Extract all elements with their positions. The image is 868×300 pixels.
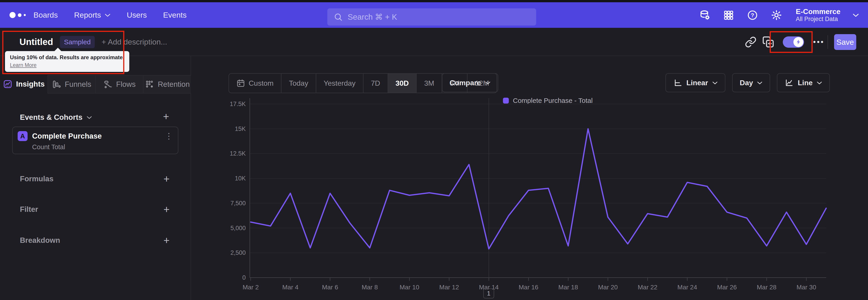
svg-text:Mar 2: Mar 2	[243, 284, 259, 291]
report-header-bar: Untitled Sampled + Add description... ••…	[0, 28, 868, 56]
divider	[828, 35, 828, 49]
svg-text:Mar 28: Mar 28	[757, 284, 776, 291]
tab-flows[interactable]: Flows	[95, 75, 143, 94]
search-input[interactable]: Search ⌘ + K	[327, 8, 536, 26]
mixpanel-logo-icon[interactable]	[9, 2, 26, 28]
search-icon	[334, 12, 343, 22]
svg-text:Mar 10: Mar 10	[400, 284, 419, 291]
svg-text:5,000: 5,000	[230, 225, 246, 232]
search-placeholder: Search ⌘ + K	[348, 12, 397, 22]
svg-text:0: 0	[242, 274, 246, 281]
add-description-field[interactable]: + Add description...	[101, 37, 167, 46]
line-chart[interactable]: 02,5005,0007,50010K12.5K15K17.5KMar 2Mar…	[191, 56, 868, 300]
page-indicator[interactable]: 1	[483, 289, 494, 298]
learn-more-link[interactable]: Learn More	[10, 62, 37, 68]
nav-item-reports[interactable]: Reports	[74, 11, 111, 20]
event-options-kebab-icon[interactable]: ⋮	[165, 132, 173, 140]
event-metric[interactable]: Count Total	[32, 143, 173, 151]
project-switcher[interactable]: E-Commerce All Project Data	[796, 7, 840, 23]
svg-text:Mar 6: Mar 6	[322, 284, 338, 291]
help-icon[interactable]: ?	[747, 9, 758, 21]
event-name[interactable]: Complete Purchase	[32, 132, 102, 140]
nav-item-events[interactable]: Events	[163, 11, 187, 20]
window-edge	[0, 0, 868, 2]
svg-text:15K: 15K	[235, 125, 246, 132]
svg-text:Mar 16: Mar 16	[519, 284, 538, 291]
tooltip-text: Using 10% of data. Results are approxima…	[10, 54, 124, 61]
more-options-button[interactable]: •••	[813, 28, 825, 56]
add-formula-button[interactable]: +	[163, 174, 169, 184]
sampling-tooltip: Using 10% of data. Results are approxima…	[5, 51, 129, 72]
svg-text:Mar 18: Mar 18	[558, 284, 578, 291]
settings-gear-icon[interactable]	[771, 9, 782, 21]
event-card[interactable]: A Complete Purchase ⋮ Count Total	[12, 127, 178, 154]
svg-text:Mar 26: Mar 26	[717, 284, 737, 291]
copy-link-icon[interactable]	[745, 28, 756, 56]
chevron-down-icon[interactable]	[852, 13, 859, 17]
svg-text:Mar 12: Mar 12	[439, 284, 459, 291]
tab-funnels[interactable]: Funnels	[48, 75, 95, 94]
svg-text:?: ?	[751, 12, 754, 18]
sampling-toggle[interactable]	[783, 36, 804, 48]
formulas-label: Formulas	[20, 175, 54, 183]
nav-item-boards[interactable]: Boards	[33, 11, 58, 20]
project-name: E-Commerce	[796, 7, 840, 16]
nav-item-users[interactable]: Users	[127, 11, 147, 20]
retention-icon	[145, 80, 154, 89]
apps-grid-icon[interactable]	[723, 9, 735, 21]
add-filter-button[interactable]: +	[163, 204, 169, 214]
svg-text:7,500: 7,500	[230, 200, 246, 207]
svg-text:10K: 10K	[235, 175, 246, 182]
chevron-down-icon	[105, 13, 111, 17]
breakdown-section: Breakdown +	[20, 235, 169, 245]
events-cohorts-header[interactable]: Events & Cohorts	[20, 113, 169, 122]
data-management-icon[interactable]	[699, 9, 710, 21]
formulas-section: Formulas +	[20, 174, 169, 184]
report-title[interactable]: Untitled	[20, 37, 53, 47]
series-letter-badge: A	[18, 131, 28, 141]
svg-text:2,500: 2,500	[230, 249, 246, 256]
report-type-tabs: Insights Funnels Flows Retention	[0, 75, 191, 94]
tab-insights[interactable]: Insights	[0, 75, 48, 94]
svg-text:Mar 8: Mar 8	[362, 284, 378, 291]
svg-text:Mar 30: Mar 30	[797, 284, 816, 291]
svg-text:12.5K: 12.5K	[230, 150, 246, 157]
sampled-badge[interactable]: Sampled	[60, 36, 95, 48]
chart-panel: Custom Today Yesterday 7D 30D 3M 6M 12M …	[191, 56, 868, 300]
chevron-down-icon	[87, 116, 92, 119]
lightning-bolt-icon	[796, 39, 801, 45]
svg-text:Mar 20: Mar 20	[598, 284, 618, 291]
breakdown-label: Breakdown	[20, 236, 60, 245]
query-sidebar: Insights Funnels Flows Retention Events …	[0, 56, 191, 300]
project-subtitle: All Project Data	[796, 16, 840, 23]
tab-retention[interactable]: Retention	[143, 75, 191, 94]
content-area: Insights Funnels Flows Retention Events …	[0, 56, 868, 300]
svg-text:Mar 22: Mar 22	[638, 284, 657, 291]
insights-icon	[3, 79, 13, 89]
filter-section: Filter +	[20, 204, 169, 214]
svg-text:17.5K: 17.5K	[230, 100, 246, 108]
flows-icon	[103, 80, 113, 89]
filter-label: Filter	[20, 205, 38, 214]
svg-text:Mar 4: Mar 4	[282, 284, 299, 291]
add-to-board-icon[interactable]	[762, 28, 774, 56]
svg-text:Mar 24: Mar 24	[677, 284, 697, 291]
save-button[interactable]: Save	[834, 34, 856, 50]
add-event-button[interactable]: +	[163, 111, 169, 122]
top-nav: Boards Reports Users Events Search ⌘ + K…	[0, 2, 868, 28]
funnels-icon	[52, 80, 61, 89]
add-breakdown-button[interactable]: +	[163, 235, 169, 245]
